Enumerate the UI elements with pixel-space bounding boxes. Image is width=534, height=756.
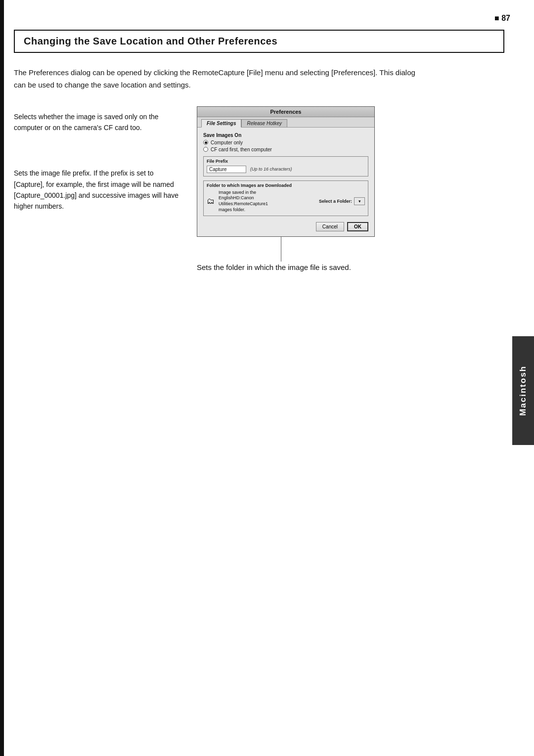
save-images-label: Save Images On bbox=[203, 133, 368, 138]
annotation-bottom: Sets the folder in which the image file … bbox=[197, 262, 351, 273]
file-prefix-group: File Prefix Capture (Up to 16 characters… bbox=[203, 156, 368, 177]
chapter-heading: Changing the Save Location and Other Pre… bbox=[14, 30, 504, 53]
file-prefix-label: File Prefix bbox=[207, 159, 365, 164]
sidebar-tab: Macintosh bbox=[512, 336, 534, 445]
radio-circle-computer bbox=[203, 140, 208, 145]
tab-release-hotkey[interactable]: Release Hotkey bbox=[241, 119, 287, 127]
page-title: Changing the Save Location and Other Pre… bbox=[24, 36, 494, 47]
radio-cf-card[interactable]: CF card first, then computer bbox=[203, 147, 368, 152]
file-prefix-row: Capture (Up to 16 characters) bbox=[207, 166, 365, 173]
folder-path-line1: Image saved in the bbox=[219, 190, 268, 196]
left-annotations: Selects whether the image is saved only … bbox=[14, 106, 182, 274]
folder-group: Folder to which Images are Downloaded 🗂 … bbox=[203, 180, 368, 217]
folder-path-line4: mages folder. bbox=[219, 207, 268, 213]
right-side: Preferences File Settings Release Hotkey… bbox=[197, 106, 504, 274]
radio-group: Computer only CF card first, then comput… bbox=[203, 140, 368, 152]
dialog-titlebar: Preferences bbox=[197, 107, 374, 117]
folder-path-line2: EnglishHD:Canon bbox=[219, 195, 268, 201]
folder-path-line3: Utilities:RemoteCapture1 bbox=[219, 201, 268, 207]
dialog-title: Preferences bbox=[270, 109, 302, 115]
file-prefix-input[interactable]: Capture bbox=[207, 166, 246, 173]
intro-paragraph: The Preferences dialog can be opened by … bbox=[14, 67, 419, 91]
folder-path: Image saved in the EnglishHD:Canon Utili… bbox=[219, 190, 268, 213]
sidebar-tab-label: Macintosh bbox=[518, 365, 528, 416]
dialog-tabs: File Settings Release Hotkey bbox=[197, 117, 374, 128]
folder-dropdown[interactable]: ▾ bbox=[354, 197, 365, 205]
annotation-first: Selects whether the image is saved only … bbox=[14, 106, 182, 133]
dialog-body: Save Images On Computer only CF card fir… bbox=[197, 128, 374, 237]
folder-row: 🗂 Image saved in the EnglishHD:Canon Uti… bbox=[207, 190, 365, 213]
radio-label-cf: CF card first, then computer bbox=[211, 147, 272, 152]
dialog-buttons: Cancel OK bbox=[203, 221, 368, 231]
folder-icon: 🗂 bbox=[207, 197, 215, 206]
ok-button[interactable]: OK bbox=[347, 222, 368, 231]
folder-label: Folder to which Images are Downloaded bbox=[207, 183, 365, 188]
select-folder-label: Select a Folder: bbox=[319, 199, 352, 204]
preferences-dialog: Preferences File Settings Release Hotkey… bbox=[197, 106, 375, 237]
radio-label-computer: Computer only bbox=[211, 140, 243, 145]
left-border-bar bbox=[0, 0, 4, 756]
cancel-button[interactable]: Cancel bbox=[316, 222, 344, 231]
file-prefix-note: (Up to 16 characters) bbox=[250, 167, 292, 172]
folder-selector: Select a Folder: ▾ bbox=[319, 197, 365, 205]
radio-circle-cf bbox=[203, 147, 208, 152]
annotation-second: Sets the image file prefix. If the prefi… bbox=[14, 163, 182, 212]
radio-computer-only[interactable]: Computer only bbox=[203, 140, 368, 145]
page-number: ■ 87 bbox=[494, 14, 510, 23]
tab-file-settings[interactable]: File Settings bbox=[201, 119, 241, 128]
